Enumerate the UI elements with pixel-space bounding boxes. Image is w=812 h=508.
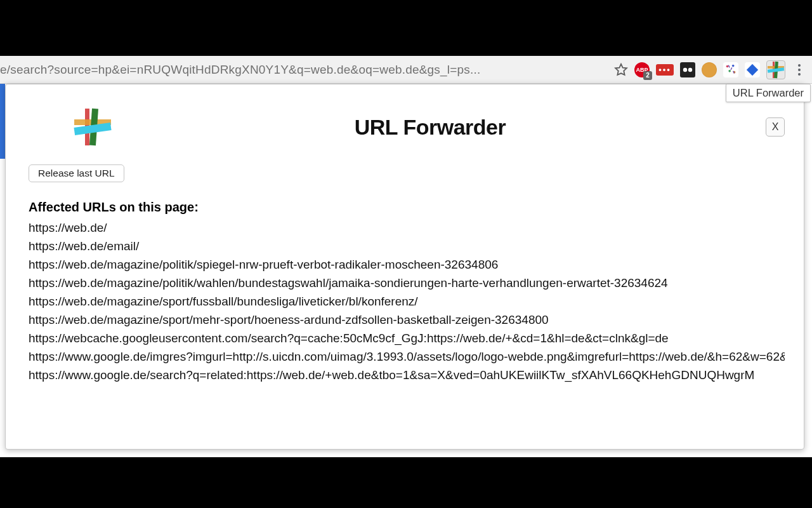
svg-point-1 bbox=[688, 67, 692, 71]
browser-menu-icon[interactable] bbox=[792, 62, 807, 78]
list-item[interactable]: https://www.google.de/search?q=related:h… bbox=[29, 368, 785, 382]
list-item[interactable]: https://web.de/magazine/politik/wahlen/b… bbox=[29, 276, 785, 290]
page-left-edge bbox=[0, 84, 5, 457]
address-bar-fragment[interactable]: e/search?source=hp&ei=nRUQWqitHdDRkgXN0Y… bbox=[0, 63, 608, 77]
list-item[interactable]: https://web.de/ bbox=[29, 221, 785, 235]
adblock-badge: 2 bbox=[643, 71, 652, 80]
url-forwarder-extension-icon[interactable] bbox=[766, 60, 785, 79]
list-item[interactable]: https://web.de/magazine/politik/spiegel-… bbox=[29, 258, 785, 272]
app-logo-icon bbox=[74, 109, 111, 145]
adblock-extension-icon[interactable]: ABP 2 bbox=[634, 62, 650, 77]
affected-urls-heading: Affected URLs on this page: bbox=[29, 200, 785, 215]
release-last-url-button[interactable]: Release last URL bbox=[29, 164, 124, 182]
list-item[interactable]: https://www.google.de/imgres?imgurl=http… bbox=[29, 350, 785, 364]
letterbox-top bbox=[0, 0, 812, 56]
close-button[interactable]: X bbox=[766, 117, 785, 137]
popup-title: URL Forwarder bbox=[114, 115, 747, 140]
extension-icons: ABP 2 ••• bbox=[634, 60, 812, 79]
svg-point-3 bbox=[732, 64, 735, 67]
jira-extension-icon[interactable] bbox=[745, 62, 760, 77]
url-forwarder-popup: URL Forwarder X Release last URL Affecte… bbox=[5, 84, 804, 450]
extension-tooltip: URL Forwarder bbox=[726, 84, 811, 102]
cookie-extension-icon[interactable] bbox=[702, 62, 717, 77]
list-item[interactable]: https://webcache.googleusercontent.com/s… bbox=[29, 331, 785, 345]
flickr-extension-icon[interactable] bbox=[680, 62, 695, 77]
svg-point-0 bbox=[683, 67, 687, 71]
list-item[interactable]: https://web.de/magazine/sport/mehr-sport… bbox=[29, 313, 785, 327]
letterbox-bottom bbox=[0, 457, 812, 508]
popup-header: URL Forwarder X bbox=[25, 109, 785, 145]
affected-urls-list: https://web.de/ https://web.de/email/ ht… bbox=[29, 221, 785, 382]
bookmark-star-icon[interactable] bbox=[614, 63, 628, 77]
svg-point-2 bbox=[726, 65, 729, 67]
list-item[interactable]: https://web.de/email/ bbox=[29, 239, 785, 253]
browser-toolbar: e/search?source=hp&ei=nRUQWqitHdDRkgXN0Y… bbox=[0, 56, 812, 84]
svg-point-4 bbox=[728, 70, 731, 72]
confetti-extension-icon[interactable] bbox=[723, 62, 738, 77]
lastpass-extension-icon[interactable]: ••• bbox=[656, 64, 674, 76]
list-item[interactable]: https://web.de/magazine/sport/fussball/b… bbox=[29, 295, 785, 309]
